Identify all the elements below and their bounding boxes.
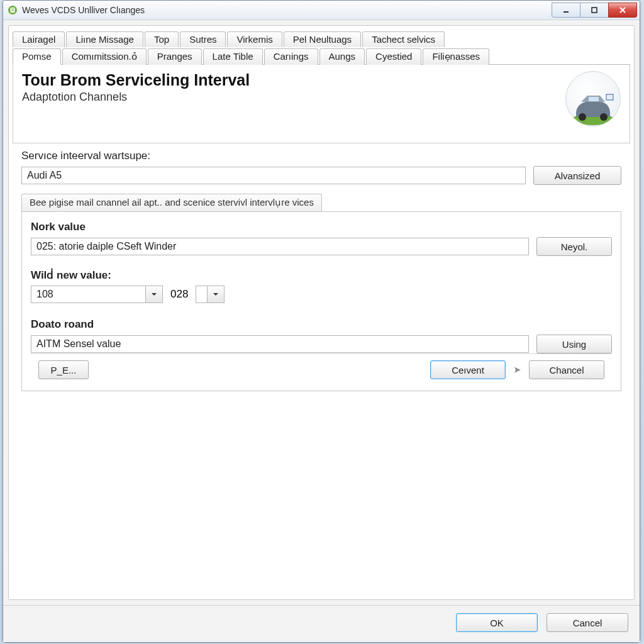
tab-aungs[interactable]: Aungs [319,48,365,65]
tab-lairagel[interactable]: Lairagel [13,31,65,47]
tab-filienasses[interactable]: Filiẹnasses [423,48,489,65]
chevron-down-icon [207,286,224,303]
svg-point-8 [579,113,586,121]
titlebar: Weves VCDS Unlliver Clıanges [3,1,640,20]
chevron-down-icon [145,286,162,303]
maximize-button[interactable] [580,3,609,18]
nork-value-label: Nork value [31,221,612,233]
header-box: Tour Brom Serviceling Interval Adaptotio… [13,65,630,143]
svg-rect-7 [589,97,599,101]
tab-top[interactable]: Top [145,31,179,47]
page-subtitle: Adaptotion Channels [22,91,250,104]
service-interval-input[interactable] [21,167,526,184]
chancel-button[interactable]: Chancel [529,360,604,379]
svg-point-9 [600,113,608,121]
tab-tachect-selvics[interactable]: Tachect selvics [362,31,445,47]
new-value-combo-2[interactable] [196,286,225,303]
svg-rect-10 [606,94,613,100]
inner-panel: Nork value Neyol. Wilḋ new value: 108 [21,211,621,391]
close-button[interactable] [608,3,637,18]
tab-carings[interactable]: Carıings [264,48,318,65]
tab-virkemis[interactable]: Virkemis [227,31,282,47]
outer-footer: OK Cancel [3,605,640,642]
tab-line-missage[interactable]: Liıne Missage [66,31,143,47]
tab-pomse[interactable]: Pomse [13,48,61,65]
advanced-button[interactable]: Alvansized [533,166,621,185]
tab-cyestied[interactable]: Cyestied [366,48,421,65]
pe-button[interactable]: P_E... [38,360,89,379]
new-value-combo-1[interactable]: 108 [31,286,163,303]
car-icon [565,71,621,126]
using-button[interactable]: Using [536,335,612,353]
dialog-body: Lairagel Liıne Missage Top Sutres Virkem… [8,25,635,600]
cancel-button[interactable]: Cancel [547,613,628,632]
new-value-combo-2-text: 028 [170,288,188,301]
arrow-right-icon: ➤ [512,364,523,375]
window-controls [552,3,637,18]
nork-value-input[interactable] [31,238,529,255]
svg-rect-5 [592,8,597,13]
tab-strip: Lairagel Liıne Missage Top Sutres Virkem… [9,26,634,64]
doato-roand-input[interactable] [31,335,529,353]
cevent-button[interactable]: Ceıvent [430,360,506,379]
minimize-button[interactable] [552,3,580,18]
tab-pel-neultuags[interactable]: Pel Neultuags [284,31,361,47]
service-interval-label: Servıce inteerval wartsupe: [21,150,621,162]
doato-roand-label: Doato roand [31,318,612,331]
service-interval-section: Servıce inteerval wartsupe: Alvansized B… [13,143,630,397]
app-window: Weves VCDS Unlliver Clıanges Lairagel Li… [3,0,640,643]
neyol-button[interactable]: Neyol. [536,237,612,256]
svg-rect-3 [11,10,14,11]
window-title: Weves VCDS Unlliver Clıanges [22,5,145,15]
page-title: Tour Brom Serviceling Interval [22,71,250,89]
app-icon [7,4,18,16]
new-value-combo-1-value: 108 [31,289,145,300]
tab-commitssion[interactable]: Comımitssion.ỏ [62,48,147,65]
tab-pranges[interactable]: Pranges [148,48,202,65]
inner-footer: P_E... Ceıvent ➤ Chancel [31,353,612,386]
new-value-label: Wilḋ new value: [31,269,612,282]
tab-sutres[interactable]: Sutres [180,31,226,47]
ok-button[interactable]: OK [456,613,538,632]
hint-tab[interactable]: Bee pigise mail cnannel ail apt.. and sc… [21,194,322,211]
tab-panel: Tour Brom Serviceling Interval Adaptotio… [13,64,630,596]
svg-rect-2 [11,9,14,9]
tab-late-tible[interactable]: Late Tible [203,48,263,65]
svg-rect-4 [564,11,569,13]
